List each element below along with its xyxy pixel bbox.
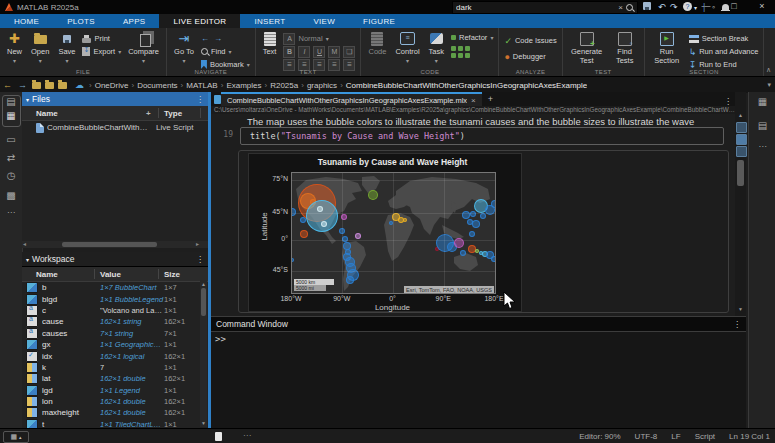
find-tests-button[interactable]: Find Tests xyxy=(611,30,639,66)
workspace-row[interactable]: b 1×7 BubbleChart 1×7 xyxy=(22,282,208,293)
search-box[interactable]: × xyxy=(452,1,638,14)
goto-button[interactable]: ⇥Go To xyxy=(172,30,196,65)
breadcrumb-dropdown-icon[interactable]: ▾ xyxy=(767,81,771,89)
workspace-column-header[interactable]: Name Value Size xyxy=(22,267,208,282)
search-icon[interactable] xyxy=(626,4,633,11)
code-button[interactable]: Code xyxy=(366,30,388,57)
column-name[interactable]: Name xyxy=(22,109,58,118)
search-input[interactable] xyxy=(453,3,615,12)
output-inline-icon[interactable] xyxy=(736,146,747,157)
close-tab-icon[interactable] xyxy=(471,96,476,105)
data-bubble[interactable] xyxy=(300,230,308,238)
collapse-panel-icon[interactable]: ▾ xyxy=(26,256,29,263)
code-tool-icon[interactable] xyxy=(458,53,463,58)
undo-icon[interactable]: ↶ xyxy=(658,2,666,12)
data-bubble[interactable] xyxy=(403,218,407,222)
workspace-row[interactable]: idx 162×1 logical 162×1 xyxy=(22,350,208,361)
layout-button[interactable]: ▦ xyxy=(3,431,29,443)
code-block[interactable]: title("Tsunamis by Cause and Wave Height… xyxy=(240,127,724,145)
more-panels-icon[interactable]: ⋯ xyxy=(0,208,22,217)
files-panel-icon[interactable]: ▤ xyxy=(0,96,22,107)
workspace-menu-icon[interactable] xyxy=(196,254,204,264)
bold-button[interactable]: B xyxy=(283,46,295,58)
workspace-row[interactable]: causes 7×1 string 7×1 xyxy=(22,328,208,339)
breadcrumb-item[interactable]: CombineBubbleChartWithOtherGraphicsInGeo… xyxy=(346,81,587,90)
workspace-row[interactable]: lgd 1×1 Legend 1×1 xyxy=(22,385,208,396)
run-and-advance-button[interactable]: ↳Run and Advance xyxy=(689,46,759,57)
open-folder-icon[interactable] xyxy=(45,82,54,89)
workspace-scrollbar[interactable]: ▲▼ xyxy=(200,280,207,427)
more-tools-icon[interactable]: ⋯ xyxy=(749,142,775,151)
column-size[interactable]: Size xyxy=(164,270,180,279)
toolbox-panel-icon[interactable]: ▭ xyxy=(0,134,22,145)
workspace-row[interactable]: lat 162×1 double 162×1 xyxy=(22,373,208,384)
breadcrumb-item[interactable]: Documents xyxy=(137,81,177,90)
clear-search-icon[interactable]: × xyxy=(615,3,626,12)
breadcrumb-forward-icon[interactable]: → xyxy=(18,80,27,90)
column-type[interactable]: Type xyxy=(164,109,182,118)
workspace-row[interactable]: c "Volcano and Lan... 1×1 xyxy=(22,305,208,316)
ribbon-tab[interactable]: LIVE EDITOR xyxy=(159,14,240,28)
data-bubble[interactable] xyxy=(300,217,306,223)
figure-output[interactable]: Tsunamis by Cause and Wave Height xyxy=(248,153,522,312)
column-value[interactable]: Value xyxy=(100,270,121,279)
print-button[interactable]: Print xyxy=(82,33,121,44)
new-folder-icon[interactable] xyxy=(32,82,41,89)
ribbon-tab[interactable]: HOME xyxy=(0,14,53,28)
close-button[interactable]: × xyxy=(749,0,775,14)
command-window[interactable]: Command Window >> xyxy=(211,316,746,428)
files-hscrollbar[interactable]: ◂▸ xyxy=(22,241,200,248)
new-button[interactable]: ✚New xyxy=(5,30,24,65)
status-dot-icon[interactable]: ◦ xyxy=(712,2,715,12)
files-panel-header[interactable]: ▾ Files xyxy=(22,92,208,106)
workspace-row[interactable]: maxheight 162×1 double 162×1 xyxy=(22,407,208,418)
new-tab-button[interactable]: + xyxy=(482,92,499,106)
save-button[interactable]: Save xyxy=(56,30,77,65)
text-button[interactable]: Text xyxy=(261,30,279,57)
export-button[interactable]: Export▾ xyxy=(82,46,121,57)
sections-panel-icon[interactable]: ▦ xyxy=(749,96,775,107)
quick-save-icon[interactable] xyxy=(643,2,651,12)
file-type[interactable]: Script xyxy=(695,432,715,441)
control-button[interactable]: ≡Control xyxy=(393,30,421,65)
data-bubble[interactable] xyxy=(460,250,466,256)
underline-button[interactable]: U xyxy=(313,46,325,58)
nav-arrows[interactable]: ←→ xyxy=(201,33,250,44)
more-format-button[interactable]: ❏ xyxy=(343,46,355,58)
data-bubble[interactable] xyxy=(368,190,378,200)
data-bubble[interactable] xyxy=(480,213,486,219)
collapse-panel-icon[interactable]: ▾ xyxy=(26,96,29,103)
help-dropdown-icon[interactable]: ▾ xyxy=(694,4,697,11)
document-bar-icon[interactable] xyxy=(214,95,221,104)
map-plot-area[interactable]: 5000 km 5000 mi Esri, TomTom, FAO, NOAA,… xyxy=(291,172,496,294)
hide-code-icon[interactable] xyxy=(736,134,747,145)
help-icon[interactable]: ? xyxy=(683,2,692,11)
data-bubble[interactable] xyxy=(472,220,480,228)
run-section-button[interactable]: ▶Run Section xyxy=(650,30,684,66)
up-folder-icon[interactable] xyxy=(58,82,67,89)
code-tool-icon[interactable] xyxy=(451,53,456,58)
data-bubble[interactable] xyxy=(291,258,294,262)
open-button[interactable]: Open xyxy=(29,30,51,65)
redo-icon[interactable]: ↷ xyxy=(670,2,678,12)
breadcrumb-item[interactable]: MATLAB xyxy=(186,81,217,90)
workspace-row[interactable]: lon 162×1 double 162×1 xyxy=(22,396,208,407)
breadcrumb-item[interactable]: OneDrive xyxy=(95,81,129,90)
code-issues-button[interactable]: ✓Code Issues xyxy=(504,35,556,46)
outline-icon[interactable] xyxy=(736,122,747,133)
ribbon-tab[interactable]: VIEW xyxy=(299,14,349,28)
code-line[interactable]: title("Tsunamis by Cause and Wave Height… xyxy=(241,131,465,141)
refactor-button[interactable]: Refactor▾ xyxy=(451,32,493,43)
compare-button[interactable]: Compare xyxy=(126,30,161,65)
ribbon-tab[interactable]: APPS xyxy=(109,14,160,28)
history-panel-icon[interactable]: ◷ xyxy=(0,170,22,181)
generate-test-button[interactable]: Generate Test xyxy=(568,30,606,66)
editor-scrollbar[interactable]: ▲ ▼ xyxy=(735,92,746,316)
debugger-button[interactable]: ●Debugger xyxy=(504,51,556,62)
breadcrumb-item[interactable]: graphics xyxy=(307,81,337,90)
task-button[interactable]: Task xyxy=(427,30,446,65)
breadcrumb-back-icon[interactable]: ← xyxy=(3,80,12,90)
data-bubble[interactable] xyxy=(467,219,473,225)
notifications-bell-icon[interactable] xyxy=(722,2,729,12)
find-button[interactable]: Find▾ xyxy=(201,46,250,57)
